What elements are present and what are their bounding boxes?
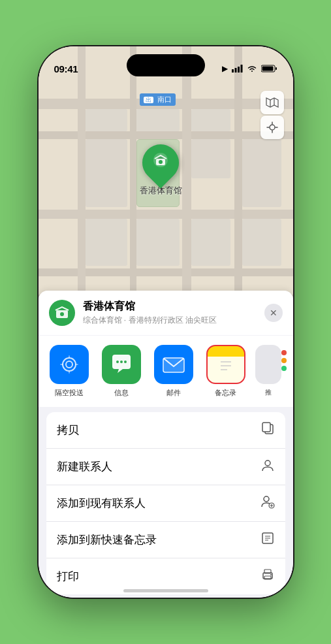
action-add-note-label: 添加到新快速备忘录 [57,532,157,547]
share-item-airdrop[interactable]: 隔空投送 [46,345,92,398]
new-contact-icon [260,458,275,475]
venue-close-button[interactable]: ✕ [264,304,283,322]
action-copy[interactable]: 拷贝 [46,412,285,449]
svg-point-24 [265,460,270,466]
pin-inner [151,152,170,174]
action-add-existing-label: 添加到现有联系人 [57,496,146,511]
svg-point-13 [63,358,76,371]
action-add-note[interactable]: 添加到新快速备忘录 [46,522,285,558]
location-button[interactable] [260,116,284,139]
phone-frame: 09:41 ▶ [39,46,293,598]
action-print-label: 打印 [57,569,79,584]
more-label: 推 [265,388,272,397]
messages-label: 信息 [114,388,129,398]
svg-rect-3 [240,65,242,72]
action-new-contact[interactable]: 新建联系人 [46,449,285,485]
svg-point-7 [270,125,275,130]
share-item-messages[interactable]: 信息 [99,345,144,398]
mail-icon [154,345,193,384]
map-controls [260,91,284,139]
dynamic-island [127,54,205,76]
share-row: 隔空投送 信息 [39,336,293,407]
action-add-existing[interactable]: 添加到现有联系人 [46,485,285,522]
status-icons: ▶ [222,64,277,73]
action-list: 拷贝 新建联系人 [46,412,285,594]
svg-point-15 [116,361,119,363]
svg-rect-6 [262,67,273,71]
add-existing-icon [260,494,275,512]
svg-rect-5 [276,67,277,70]
svg-rect-0 [232,69,234,72]
venue-info: 香港体育馆 综合体育馆 · 香港特别行政区 油尖旺区 [83,300,257,326]
venue-card: 香港体育馆 综合体育馆 · 香港特别行政区 油尖旺区 ✕ [39,291,293,335]
more-icon [255,345,281,384]
location-icon: ▶ [222,64,228,73]
svg-point-25 [264,496,269,502]
svg-point-14 [66,361,72,368]
share-item-notes[interactable]: 备忘录 [203,345,249,398]
action-copy-label: 拷贝 [57,423,79,438]
messages-icon [102,345,141,384]
venue-name: 香港体育馆 [83,300,257,314]
copy-icon [260,421,275,439]
bottom-sheet: 香港体育馆 综合体育馆 · 香港特别行政区 油尖旺区 ✕ 隔 [39,291,293,598]
svg-point-17 [124,361,127,363]
signal-bars-icon [232,65,243,72]
map-type-button[interactable] [260,91,284,114]
notes-label: 备忘录 [215,388,236,398]
status-time: 09:41 [54,63,78,74]
svg-rect-1 [234,68,236,72]
airdrop-label: 隔空投送 [55,388,84,398]
map-label: 出 南口 [140,93,176,106]
svg-point-10 [159,160,163,164]
action-new-contact-label: 新建联系人 [57,459,112,474]
svg-point-16 [120,361,123,363]
airdrop-icon [50,345,89,384]
phone-screen: 09:41 ▶ [39,46,293,598]
map-area: 出 南口 [39,46,293,321]
svg-rect-23 [262,423,270,432]
mail-label: 邮件 [166,388,181,398]
add-note-icon [260,531,275,549]
notes-icon [206,345,245,384]
venue-icon [49,300,75,326]
svg-point-12 [60,312,64,316]
pin-circle [134,137,186,188]
share-item-more[interactable]: 推 [255,345,281,398]
battery-icon [261,65,277,72]
share-item-mail[interactable]: 邮件 [151,345,197,398]
venue-pin[interactable]: 香港体育馆 [140,144,182,197]
wifi-icon [247,65,257,72]
home-indicator [123,589,208,592]
svg-point-34 [270,574,272,575]
venue-subtitle: 综合体育馆 · 香港特别行政区 油尖旺区 [83,315,257,326]
print-icon [260,568,275,585]
svg-rect-2 [238,67,240,72]
